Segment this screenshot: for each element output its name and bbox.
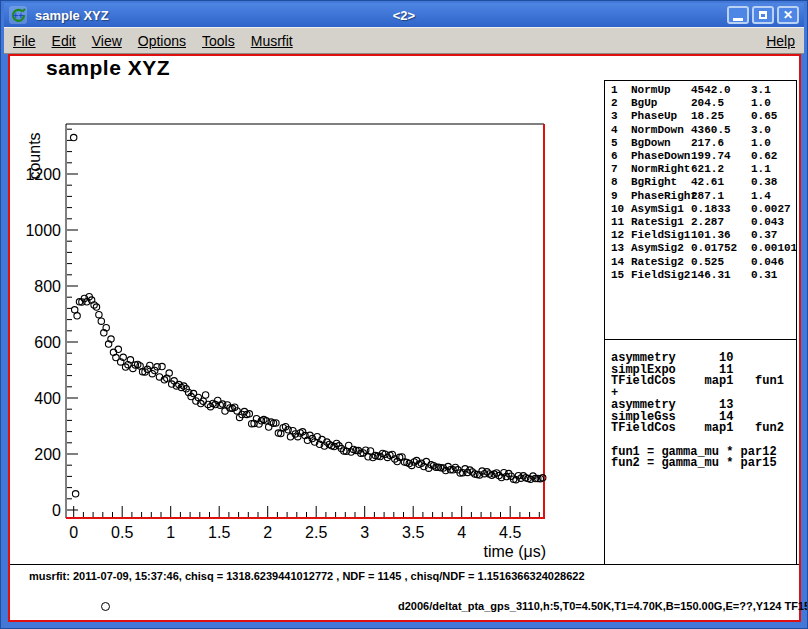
- param-err: 0.62: [751, 150, 777, 163]
- param-no: 4: [611, 124, 618, 137]
- root-canvas[interactable]: sample XYZ 02004006008001000120000.511.5…: [8, 54, 801, 622]
- param-row-normdown: 4NormDown4360.53.0: [605, 124, 796, 137]
- param-err: 0.043: [751, 216, 784, 229]
- param-val: 2.287: [691, 216, 724, 229]
- menu-item-help[interactable]: Help: [766, 33, 795, 49]
- menu-label: Edit: [52, 33, 76, 49]
- param-name: BgUp: [631, 97, 657, 110]
- param-row-phaseup: 3PhaseUp18.250.65: [605, 110, 796, 123]
- y-axis-title: counts: [26, 132, 43, 179]
- titlebar[interactable]: ++ sample XYZ <2> ✕: [4, 3, 804, 27]
- param-val: 42.61: [691, 176, 724, 189]
- param-no: 11: [611, 216, 624, 229]
- app-window: ++ sample XYZ <2> ✕ FileEditViewOptionsT…: [0, 0, 808, 629]
- param-row-phasedown: 6PhaseDown199.740.62: [605, 150, 796, 163]
- param-name: BgRight: [631, 176, 677, 189]
- svg-text:1: 1: [166, 524, 175, 541]
- param-name: AsymSig2: [631, 242, 684, 255]
- param-row-bgright: 8BgRight42.610.38: [605, 176, 796, 189]
- param-err: 0.38: [751, 176, 777, 189]
- menu-label: Help: [766, 33, 795, 49]
- svg-text:1000: 1000: [25, 222, 61, 239]
- x-axis-title: time (μs): [483, 543, 546, 560]
- param-val: 204.5: [691, 97, 724, 110]
- param-val: 0.1833: [691, 203, 731, 216]
- svg-text:600: 600: [34, 334, 61, 351]
- menu-item-view[interactable]: View: [92, 33, 122, 49]
- param-err: 3.1: [751, 84, 771, 97]
- axis-labels: 02004006008001000120000.511.522.533.544.…: [25, 132, 546, 560]
- svg-text:0: 0: [69, 524, 78, 541]
- param-name: FieldSig1: [631, 229, 690, 242]
- menu-item-file[interactable]: File: [13, 33, 36, 49]
- param-row-ratesig2: 14RateSig20.5250.046: [605, 256, 796, 269]
- param-name: PhaseUp: [631, 110, 677, 123]
- status-separator: [10, 564, 799, 565]
- axes: [66, 124, 544, 518]
- param-name: PhaseDown: [631, 150, 690, 163]
- param-row-fieldsig2: 15FieldSig2146.310.31: [605, 269, 796, 282]
- svg-text:4.5: 4.5: [499, 524, 521, 541]
- plot-canvas[interactable]: 02004006008001000120000.511.522.533.544.…: [10, 56, 575, 562]
- menu-item-edit[interactable]: Edit: [52, 33, 76, 49]
- menu-label: Tools: [202, 33, 235, 49]
- menu-label: Options: [138, 33, 186, 49]
- fit-info-text: musrfit: 2011-07-09, 15:37:46, chisq = 1…: [29, 570, 585, 582]
- param-no: 2: [611, 97, 618, 110]
- param-row-normup: 1NormUp4542.03.1: [605, 84, 796, 97]
- param-row-phaseright: 9PhaseRight287.11.4: [605, 190, 796, 203]
- svg-text:3.5: 3.5: [402, 524, 424, 541]
- menu-label: Musrfit: [251, 33, 293, 49]
- panel-divider: [605, 339, 796, 340]
- menubar: FileEditViewOptionsToolsMusrfitHelp: [4, 27, 804, 54]
- param-name: RateSig2: [631, 256, 684, 269]
- param-val: 0.01752: [691, 242, 737, 255]
- param-val: 101.36: [691, 229, 731, 242]
- minimize-button[interactable]: [727, 6, 749, 24]
- close-button[interactable]: ✕: [777, 6, 799, 24]
- param-name: NormDown: [631, 124, 684, 137]
- param-no: 1: [611, 84, 618, 97]
- param-no: 14: [611, 256, 624, 269]
- param-val: 621.2: [691, 163, 724, 176]
- window-title: sample XYZ: [35, 8, 109, 23]
- svg-text:++: ++: [13, 11, 24, 21]
- menu-item-musrfit[interactable]: Musrfit: [251, 33, 293, 49]
- param-no: 10: [611, 203, 624, 216]
- param-val: 199.74: [691, 150, 731, 163]
- param-err: 3.0: [751, 124, 771, 137]
- param-val: 4360.5: [691, 124, 731, 137]
- maximize-button[interactable]: [752, 6, 774, 24]
- param-no: 15: [611, 269, 624, 282]
- param-name: FieldSig2: [631, 269, 690, 282]
- param-err: 0.0027: [751, 203, 791, 216]
- param-no: 9: [611, 190, 618, 203]
- param-no: 8: [611, 176, 618, 189]
- legend-run-text: d2006/deltat_pta_gps_3110,h:5,T0=4.50K,T…: [398, 600, 808, 612]
- theory-text: asymmetry 10 simplExpo 11 TFieldCos map1…: [611, 353, 784, 470]
- menu-label: View: [92, 33, 122, 49]
- svg-text:3: 3: [360, 524, 369, 541]
- param-row-bgdown: 5BgDown217.61.0: [605, 137, 796, 150]
- param-err: 1.4: [751, 190, 771, 203]
- param-name: PhaseRight: [631, 190, 697, 203]
- window-id-label: <2>: [4, 8, 804, 23]
- param-err: 0.37: [751, 229, 777, 242]
- param-no: 12: [611, 229, 624, 242]
- fit-parameter-panel: 1NormUp4542.03.1 2BgUp204.51.0 3PhaseUp1…: [604, 80, 797, 565]
- parameter-list: 1NormUp4542.03.1 2BgUp204.51.0 3PhaseUp1…: [605, 84, 796, 282]
- param-err: 0.65: [751, 110, 777, 123]
- menu-label: File: [13, 33, 36, 49]
- param-row-asymsig1: 10AsymSig10.18330.0027: [605, 203, 796, 216]
- param-val: 18.25: [691, 110, 724, 123]
- param-err: 0.31: [751, 269, 777, 282]
- minimize-icon: [733, 18, 743, 21]
- menu-item-tools[interactable]: Tools: [202, 33, 235, 49]
- menu-item-options[interactable]: Options: [138, 33, 186, 49]
- param-row-bgup: 2BgUp204.51.0: [605, 97, 796, 110]
- param-name: NormUp: [631, 84, 671, 97]
- param-no: 13: [611, 242, 624, 255]
- param-val: 146.31: [691, 269, 731, 282]
- param-name: RateSig1: [631, 216, 684, 229]
- param-no: 6: [611, 150, 618, 163]
